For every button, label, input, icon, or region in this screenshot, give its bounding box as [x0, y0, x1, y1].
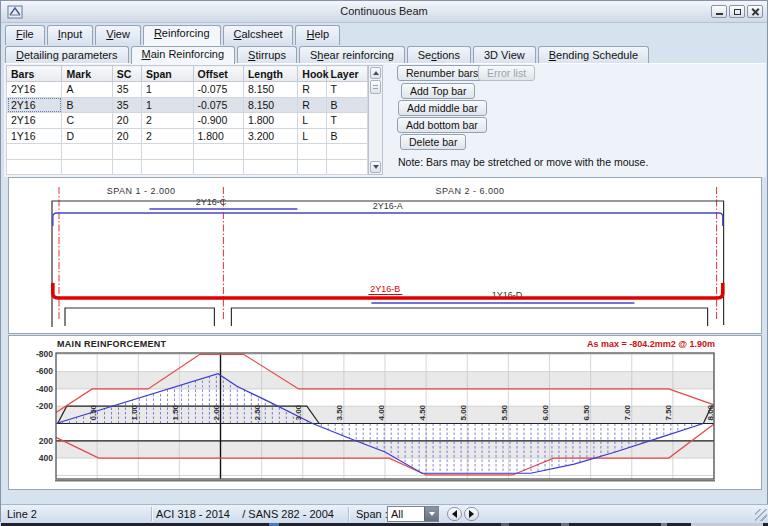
delete-bar-button[interactable]: Delete bar — [400, 134, 466, 150]
cell-bars[interactable]: 2Y16 — [7, 113, 62, 129]
tab-3d-view[interactable]: 3D View — [473, 46, 536, 64]
tab-bending-schedule[interactable]: Bending Schedule — [538, 46, 649, 64]
minimize-button[interactable] — [711, 5, 727, 18]
cell-mark[interactable]: C — [62, 113, 112, 129]
cell-length[interactable]: 8.150 — [243, 82, 297, 98]
x-tick-label: 1.00 — [130, 404, 139, 420]
table-row-empty[interactable] — [7, 159, 368, 175]
column-header-span[interactable]: Span — [142, 66, 193, 82]
cell-hook[interactable]: L — [298, 128, 326, 144]
x-tick-label: 7.50 — [664, 404, 673, 420]
menu-item-input[interactable]: Input — [47, 25, 93, 45]
tab-stirrups[interactable]: Stirrups — [237, 46, 297, 64]
cell-length[interactable]: 3.200 — [243, 128, 297, 144]
span-select[interactable]: All — [387, 506, 439, 522]
previous-span-button[interactable] — [447, 507, 462, 521]
cell-bars[interactable]: 2Y16 — [7, 97, 62, 113]
tab-main-reinforcing[interactable]: Main Reinforcing — [131, 46, 236, 64]
main-reinforcement-chart-panel[interactable]: MAIN REINFORCEMENT As max = -804.2mm2 @ … — [8, 335, 762, 490]
beam-outline — [65, 308, 214, 326]
menu-item-reinforcing[interactable]: Reinforcing — [143, 25, 221, 45]
cell-span[interactable]: 1 — [142, 82, 193, 98]
add-top-bar-button[interactable]: Add Top bar — [401, 83, 475, 99]
table-row[interactable]: 2Y16B351-0.0758.150RB — [7, 97, 368, 113]
table-scrollbar[interactable] — [368, 65, 383, 175]
cell-layer[interactable]: B — [326, 97, 367, 113]
cell-hook[interactable]: R — [298, 82, 326, 98]
scroll-down-icon — [373, 165, 379, 169]
cell-offset[interactable]: -0.900 — [193, 113, 243, 129]
cell-layer[interactable]: B — [326, 128, 367, 144]
maximize-button[interactable] — [729, 5, 745, 18]
cell-span[interactable]: 2 — [142, 128, 193, 144]
column-header-sc[interactable]: SC — [112, 66, 141, 82]
table-row[interactable]: 2Y16C202-0.9001.800LT — [7, 113, 368, 129]
x-tick-label: 1.50 — [171, 404, 180, 420]
column-header-offset[interactable]: Offset — [193, 66, 243, 82]
column-header-bars[interactable]: Bars — [7, 66, 62, 82]
column-header-hook[interactable]: Hook — [298, 66, 326, 82]
cell-length[interactable]: 1.800 — [243, 113, 297, 129]
cell-hook[interactable]: L — [298, 113, 326, 129]
x-tick-label: 7.00 — [623, 404, 632, 420]
cell-offset[interactable]: 1.800 — [193, 128, 243, 144]
y-tick-label: -200 — [36, 401, 53, 411]
chevron-down-icon — [429, 512, 435, 516]
column-header-layer[interactable]: Layer — [326, 66, 367, 82]
y-tick-label: -600 — [36, 366, 53, 376]
cell-mark[interactable]: A — [62, 82, 112, 98]
bar-label-2Y16-A: 2Y16-A — [373, 201, 403, 211]
cell-sc[interactable]: 35 — [112, 97, 141, 113]
cell-length[interactable]: 8.150 — [243, 97, 297, 113]
tab-sections[interactable]: Sections — [407, 46, 471, 64]
menu-item-calcsheet[interactable]: Calcsheet — [223, 25, 294, 45]
cell-offset[interactable]: -0.075 — [193, 97, 243, 113]
cell-mark[interactable]: B — [62, 97, 112, 113]
x-tick-label: 4.50 — [418, 404, 427, 420]
resize-grip[interactable] — [755, 509, 767, 521]
table-row[interactable]: 1Y16D2021.8003.200LB — [7, 128, 368, 144]
error-list-button[interactable]: Error list — [478, 65, 535, 81]
design-codes: ACI 318 - 2014 / SANS 282 - 2004 — [156, 508, 334, 520]
cell-sc[interactable]: 35 — [112, 82, 141, 98]
menu-item-file[interactable]: File — [5, 25, 45, 45]
scroll-up-button[interactable] — [370, 67, 381, 79]
tab-detailing-parameters[interactable]: Detailing parameters — [5, 46, 129, 64]
column-header-mark[interactable]: Mark — [62, 66, 112, 82]
add-middle-bar-button[interactable]: Add middle bar — [398, 100, 487, 116]
x-tick-label: 0.50 — [89, 404, 98, 420]
cell-span[interactable]: 1 — [142, 97, 193, 113]
table-row[interactable]: 2Y16A351-0.0758.150RT — [7, 82, 368, 98]
close-button[interactable] — [747, 5, 763, 18]
beam-outline — [231, 308, 707, 326]
cell-sc[interactable]: 20 — [112, 128, 141, 144]
menu-item-view[interactable]: View — [95, 25, 141, 45]
menu-bar: FileInputViewReinforcingCalcsheetHelp — [5, 25, 340, 45]
menu-item-help[interactable]: Help — [295, 25, 340, 45]
x-tick-label: 3.50 — [335, 404, 344, 420]
table-row-empty[interactable] — [7, 144, 368, 160]
span-select-dropdown-button[interactable] — [424, 507, 438, 521]
next-span-button[interactable] — [464, 507, 479, 521]
cell-bars[interactable]: 2Y16 — [7, 82, 62, 98]
scroll-down-button[interactable] — [370, 161, 381, 173]
cell-layer[interactable]: T — [326, 113, 367, 129]
cell-mark[interactable]: D — [62, 128, 112, 144]
cell-sc[interactable]: 20 — [112, 113, 141, 129]
titlebar: Continuous Beam — [1, 1, 767, 23]
beam-elevation-panel[interactable]: SPAN 1 - 2.000SPAN 2 - 6.0002Y16-C2Y16-A… — [8, 177, 762, 334]
cell-hook[interactable]: R — [298, 97, 326, 113]
cell-bars[interactable]: 1Y16 — [7, 128, 62, 144]
cell-offset[interactable]: -0.075 — [193, 82, 243, 98]
bar-table[interactable]: BarsMarkSCSpanOffsetLengthHookLayer2Y16A… — [6, 65, 368, 175]
chart-title: MAIN REINFORCEMENT — [57, 339, 166, 349]
bar-2Y16-A[interactable] — [53, 213, 723, 226]
cell-layer[interactable]: T — [326, 82, 367, 98]
add-bottom-bar-button[interactable]: Add bottom bar — [397, 117, 487, 133]
x-tick-label: 2.00 — [212, 404, 221, 420]
renumber-bars-button[interactable]: Renumber bars — [397, 65, 487, 81]
cell-span[interactable]: 2 — [142, 113, 193, 129]
scrollbar-thumb[interactable] — [370, 80, 381, 94]
column-header-length[interactable]: Length — [243, 66, 297, 82]
tab-shear-reinforcing[interactable]: Shear reinforcing — [299, 46, 405, 64]
